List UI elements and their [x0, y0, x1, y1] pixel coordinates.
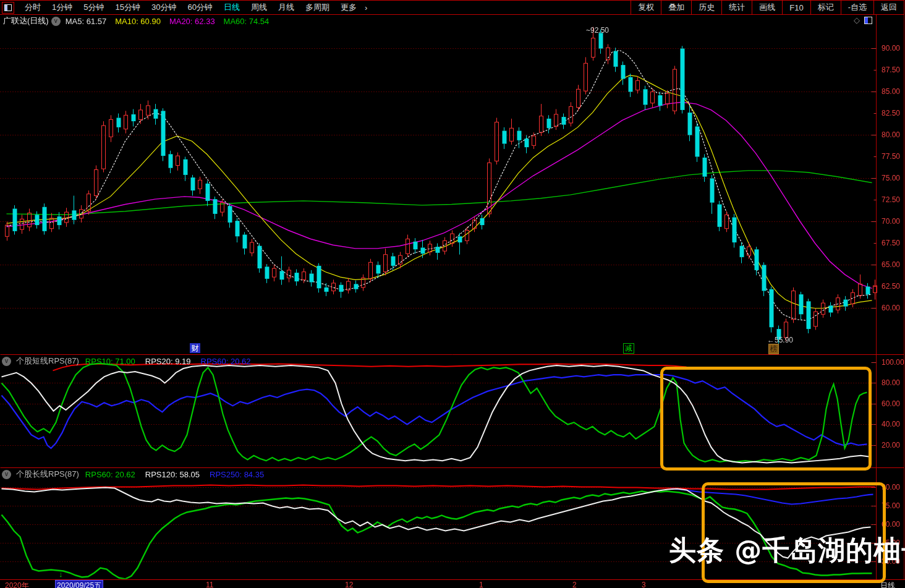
- rps-axis-label: 20.00: [882, 441, 900, 450]
- menu-item-更多[interactable]: 更多: [335, 2, 362, 13]
- chart-marker-减[interactable]: 减: [623, 343, 634, 354]
- ma-value-label: MA10: 60.90: [115, 17, 161, 26]
- chart-marker-榜[interactable]: 榜: [768, 344, 779, 354]
- high-price-annotation: ~92.50: [586, 26, 609, 35]
- menu-item-周线[interactable]: 周线: [245, 2, 273, 13]
- price-axis-label: 90.00: [882, 44, 900, 53]
- ma-legend: MA5: 61.57MA10: 60.90MA20: 62.33MA60: 74…: [66, 17, 278, 26]
- chart-title-bar: 广联达(日线) v MA5: 61.57MA10: 60.90MA20: 62.…: [3, 15, 278, 27]
- time-axis-label-11: 11: [206, 581, 213, 588]
- rps-axis-label: 100.00: [882, 358, 904, 367]
- tools-menu: 复权叠加历史统计画线F10标记-自选返回: [631, 1, 904, 14]
- menu-item-60分钟[interactable]: 60分钟: [182, 2, 218, 13]
- panel3-legend: RPS60: 20.62RPS120: 58.05RPS250: 84.35: [85, 470, 274, 479]
- rps-axis-label: 80.00: [882, 378, 900, 387]
- menu-more-arrow-icon[interactable]: ›: [362, 3, 370, 12]
- rps-value-label: RPS120: 58.05: [145, 470, 200, 479]
- layout-split-icon[interactable]: [864, 17, 872, 24]
- menu-item-15分钟[interactable]: 15分钟: [109, 2, 145, 13]
- chart-marker-财[interactable]: 财: [190, 343, 200, 353]
- diamond-icon[interactable]: ◇: [854, 17, 860, 24]
- price-axis-label: 85.00: [882, 87, 900, 96]
- price-axis-label: 75.00: [882, 174, 900, 182]
- panel2-legend: RPS10: 71.00RPS20: 9.19RPS60: 20.62: [85, 357, 261, 366]
- panel2-header: v 个股短线RPS(87) RPS10: 71.00RPS20: 9.19RPS…: [2, 356, 260, 367]
- menu-item-标记[interactable]: 标记: [811, 1, 841, 14]
- menu-item-日线[interactable]: 日线: [218, 2, 245, 13]
- time-axis-label-2020/09/25五[interactable]: 2020/09/25五: [55, 580, 103, 588]
- highlight-box-1: [660, 367, 872, 471]
- time-axis-label-1: 1: [479, 581, 483, 588]
- price-axis-label: 65.00: [882, 260, 900, 269]
- menu-item-月线[interactable]: 月线: [273, 2, 300, 13]
- menu-item-历史[interactable]: 历史: [692, 1, 722, 14]
- collapse-chevron-icon[interactable]: v: [51, 17, 61, 26]
- time-axis-label-12: 12: [345, 581, 353, 588]
- price-axis-label: 87.50: [882, 66, 900, 74]
- menu-item-统计[interactable]: 统计: [722, 1, 752, 14]
- drawing-arrow-icon: ↓: [59, 569, 63, 579]
- rps-value-label: RPS60: 20.62: [201, 357, 251, 366]
- window-glyph-icon: [4, 4, 12, 11]
- price-axis-label: 72.50: [882, 195, 900, 204]
- ma-value-label: MA20: 62.33: [169, 17, 215, 26]
- price-axis-label: 70.00: [882, 217, 900, 226]
- panel3-header: v 个股长线RPS(87) RPS60: 20.62RPS120: 58.05R…: [2, 469, 274, 480]
- panel2-chevron-icon[interactable]: v: [2, 357, 11, 366]
- menu-item-1分钟[interactable]: 1分钟: [46, 2, 78, 13]
- rps-value-label: RPS60: 20.62: [85, 470, 135, 479]
- rps-value-label: RPS20: 9.19: [145, 357, 191, 366]
- time-axis-label-3: 3: [642, 581, 646, 588]
- time-axis-label-2020年: 2020年: [5, 581, 29, 588]
- rps-value-label: RPS250: 84.35: [210, 470, 264, 479]
- menu-item-5分钟[interactable]: 5分钟: [78, 2, 109, 13]
- menu-item-多周期[interactable]: 多周期: [300, 2, 335, 13]
- menu-item--自选[interactable]: -自选: [841, 1, 874, 14]
- panel3-title: 个股长线RPS(87): [16, 469, 79, 480]
- time-axis-label-2: 2: [572, 581, 577, 588]
- rps-axis-label: 40.00: [882, 420, 900, 428]
- menu-item-画线[interactable]: 画线: [752, 1, 783, 14]
- price-axis-label: 82.50: [882, 109, 900, 117]
- low-price-annotation: ←55.90: [767, 336, 793, 344]
- stock-title: 广联达(日线): [3, 15, 49, 27]
- price-axis-label: 62.50: [882, 282, 900, 291]
- rps-value-label: RPS10: 71.00: [85, 357, 135, 366]
- price-axis-label: 67.50: [882, 239, 900, 247]
- price-axis-label: 77.50: [882, 152, 900, 161]
- top-menu-bar: 分时1分钟5分钟15分钟30分钟60分钟日线周线月线多周期更多 › 复权叠加历史…: [0, 0, 904, 15]
- price-axis-label: 60.00: [882, 304, 900, 312]
- rps-axis-label: 60.00: [882, 399, 900, 408]
- watermark: 头条 @千岛湖的柚子: [669, 532, 905, 569]
- menu-item-F10[interactable]: F10: [783, 1, 810, 14]
- ma-value-label: MA60: 74.54: [224, 17, 270, 26]
- menu-item-复权[interactable]: 复权: [631, 1, 661, 14]
- price-axis-label: 80.00: [882, 130, 900, 139]
- panel2-title: 个股短线RPS(87): [16, 356, 79, 367]
- window-icon[interactable]: [2, 2, 14, 14]
- period-menu: 分时1分钟5分钟15分钟30分钟60分钟日线周线月线多周期更多: [19, 1, 362, 14]
- title-right-icons: ◇: [854, 17, 872, 24]
- menu-item-返回[interactable]: 返回: [874, 1, 904, 14]
- trading-app-window: 分时1分钟5分钟15分钟30分钟60分钟日线周线月线多周期更多 › 复权叠加历史…: [0, 0, 905, 588]
- menu-item-分时[interactable]: 分时: [19, 2, 46, 13]
- menu-item-30分钟[interactable]: 30分钟: [146, 2, 182, 13]
- menu-item-叠加[interactable]: 叠加: [661, 1, 692, 14]
- panel3-chevron-icon[interactable]: v: [2, 470, 11, 479]
- ma-value-label: MA5: 61.57: [66, 17, 107, 26]
